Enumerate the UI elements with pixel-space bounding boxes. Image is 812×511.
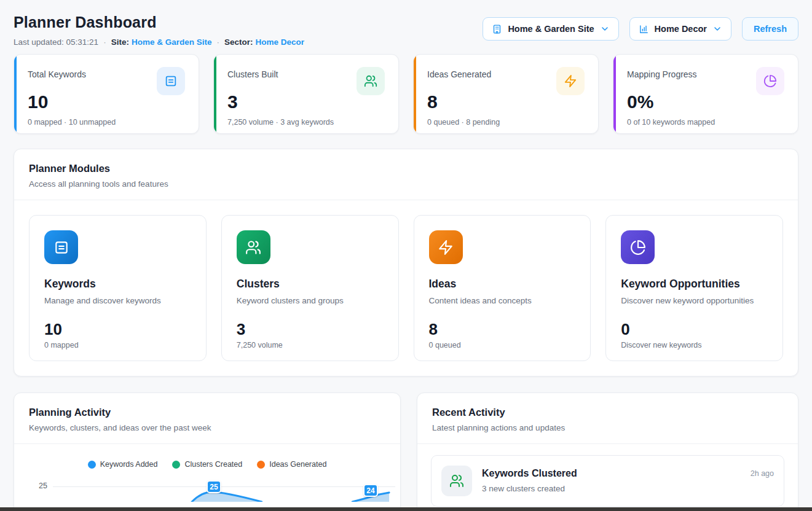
stat-label: Total Keywords bbox=[28, 67, 86, 79]
module-subtext: 0 mapped bbox=[44, 341, 191, 349]
sector-meta: Sector: bbox=[224, 37, 253, 47]
planning-activity-panel: Planning Activity Keywords, clusters, an… bbox=[14, 392, 401, 511]
legend-dot-green bbox=[172, 461, 180, 469]
legend-label: Clusters Created bbox=[184, 460, 242, 469]
module-title: Keyword Opportunities bbox=[621, 278, 768, 291]
legend-label: Ideas Generated bbox=[269, 460, 326, 469]
page-title: Planner Dashboard bbox=[14, 14, 304, 31]
module-card-ideas[interactable]: Ideas Content ideas and concepts 8 0 que… bbox=[414, 215, 591, 361]
module-title: Ideas bbox=[429, 278, 576, 291]
activity-item-timestamp: 2h ago bbox=[751, 466, 774, 478]
stat-label: Mapping Progress bbox=[627, 67, 697, 79]
zap-icon bbox=[556, 67, 585, 95]
file-text-icon bbox=[157, 67, 185, 95]
chevron-down-icon bbox=[712, 24, 722, 34]
pie-chart-icon bbox=[621, 230, 655, 264]
chart-plot-area: 25 25 24 bbox=[14, 477, 400, 502]
legend-dot-blue bbox=[88, 461, 96, 469]
planner-modules-panel: Planner Modules Access all planning tool… bbox=[14, 149, 798, 376]
planning-activity-chart: Keywords Added Clusters Created Ideas Ge… bbox=[14, 460, 400, 502]
planning-activity-title: Planning Activity bbox=[29, 407, 385, 418]
legend-dot-orange bbox=[257, 461, 265, 469]
chevron-down-icon bbox=[600, 24, 610, 34]
sector-selector-label: Home Decor bbox=[655, 24, 707, 34]
sector-link[interactable]: Home Decor bbox=[255, 37, 304, 47]
module-subtext: Discover new keywords bbox=[621, 341, 768, 349]
meta-separator: · bbox=[103, 37, 106, 47]
planning-activity-header: Planning Activity Keywords, clusters, an… bbox=[14, 393, 400, 444]
stat-card-mapping-progress: Mapping Progress 0% 0 of 10 keywords map… bbox=[613, 54, 798, 134]
recent-activity-subtitle: Latest planning actions and updates bbox=[432, 423, 783, 432]
stat-subtext: 7,250 volume · 3 avg keywords bbox=[227, 118, 385, 127]
planning-activity-subtitle: Keywords, clusters, and ideas over the p… bbox=[29, 423, 385, 432]
last-updated-text: Last updated: 05:31:21 bbox=[14, 37, 98, 47]
modules-panel-title: Planner Modules bbox=[29, 163, 783, 174]
recent-activity-panel: Recent Activity Latest planning actions … bbox=[417, 392, 798, 511]
module-subtext: 7,250 volume bbox=[237, 341, 384, 349]
site-selector-label: Home & Garden Site bbox=[508, 24, 594, 34]
module-value: 3 bbox=[237, 320, 384, 339]
module-title: Clusters bbox=[237, 278, 384, 291]
users-icon bbox=[357, 67, 385, 95]
meta-separator: · bbox=[216, 37, 219, 47]
zap-icon bbox=[429, 230, 463, 264]
module-subtext: 0 queued bbox=[429, 341, 576, 349]
stat-card-ideas-generated: Ideas Generated 8 0 queued · 8 pending bbox=[413, 54, 599, 134]
recent-activity-title: Recent Activity bbox=[432, 407, 783, 418]
module-description: Discover new keyword opportunities bbox=[621, 296, 768, 305]
site-selector-dropdown[interactable]: Home & Garden Site bbox=[483, 17, 618, 41]
building-icon bbox=[492, 24, 502, 34]
page-header: Planner Dashboard Last updated: 05:31:21… bbox=[14, 14, 798, 47]
chart-legend: Keywords Added Clusters Created Ideas Ge… bbox=[14, 460, 400, 469]
data-point-label: 24 bbox=[363, 484, 378, 497]
header-left: Planner Dashboard Last updated: 05:31:21… bbox=[14, 14, 304, 47]
module-card-keyword-opportunities[interactable]: Keyword Opportunities Discover new keywo… bbox=[605, 215, 783, 361]
modules-grid: Keywords Manage and discover keywords 10… bbox=[14, 200, 798, 376]
module-value: 8 bbox=[429, 320, 576, 339]
bar-chart-icon bbox=[639, 24, 649, 34]
screen-bottom-edge bbox=[0, 507, 812, 511]
legend-item-ideas-generated: Ideas Generated bbox=[257, 460, 326, 469]
page-meta: Last updated: 05:31:21 · Site: Home & Ga… bbox=[14, 37, 304, 47]
stat-label: Clusters Built bbox=[227, 67, 278, 79]
module-card-keywords[interactable]: Keywords Manage and discover keywords 10… bbox=[29, 215, 207, 361]
legend-item-clusters-created: Clusters Created bbox=[172, 460, 242, 469]
modules-panel-subtitle: Access all planning tools and features bbox=[29, 179, 783, 189]
recent-activity-header: Recent Activity Latest planning actions … bbox=[417, 393, 798, 444]
module-card-clusters[interactable]: Clusters Keyword clusters and groups 3 7… bbox=[221, 215, 399, 361]
stat-subtext: 0 queued · 8 pending bbox=[427, 118, 585, 127]
legend-item-keywords-added: Keywords Added bbox=[88, 460, 158, 469]
stat-card-clusters-built: Clusters Built 3 7,250 volume · 3 avg ke… bbox=[213, 54, 399, 134]
stat-subtext: 0 of 10 keywords mapped bbox=[627, 118, 784, 127]
pie-chart-icon bbox=[756, 67, 784, 95]
recent-activity-list: Keywords Clustered 3 new clusters create… bbox=[417, 444, 798, 511]
data-point-label: 25 bbox=[207, 480, 221, 493]
sector-selector-dropdown[interactable]: Home Decor bbox=[629, 17, 731, 41]
users-icon bbox=[441, 466, 472, 496]
legend-label: Keywords Added bbox=[100, 460, 158, 469]
module-value: 10 bbox=[44, 320, 191, 339]
planner-dashboard-page: Planner Dashboard Last updated: 05:31:21… bbox=[0, 0, 812, 511]
bottom-row: Planning Activity Keywords, clusters, an… bbox=[14, 376, 798, 511]
stat-card-total-keywords: Total Keywords 10 0 mapped · 10 unmapped bbox=[14, 54, 199, 134]
users-icon bbox=[237, 230, 270, 264]
module-title: Keywords bbox=[44, 278, 191, 291]
activity-item-keywords-clustered: Keywords Clustered 3 new clusters create… bbox=[431, 455, 784, 507]
stat-subtext: 0 mapped · 10 unmapped bbox=[28, 118, 185, 127]
module-description: Manage and discover keywords bbox=[44, 296, 191, 305]
module-value: 0 bbox=[621, 320, 768, 339]
activity-item-description: 3 new clusters created bbox=[482, 484, 741, 493]
module-description: Content ideas and concepts bbox=[429, 296, 576, 305]
sector-label: Sector: bbox=[224, 37, 253, 47]
stat-cards-row: Total Keywords 10 0 mapped · 10 unmapped… bbox=[14, 54, 798, 134]
site-link[interactable]: Home & Garden Site bbox=[132, 37, 212, 47]
stat-label: Ideas Generated bbox=[427, 67, 491, 79]
file-text-icon bbox=[44, 230, 78, 264]
activity-item-content: Keywords Clustered 3 new clusters create… bbox=[482, 466, 741, 493]
modules-panel-header: Planner Modules Access all planning tool… bbox=[14, 149, 798, 200]
site-label: Site: bbox=[111, 37, 129, 47]
refresh-button[interactable]: Refresh bbox=[742, 17, 798, 41]
module-description: Keyword clusters and groups bbox=[237, 296, 384, 305]
site-meta: Site: bbox=[111, 37, 129, 47]
activity-item-title: Keywords Clustered bbox=[482, 468, 741, 479]
